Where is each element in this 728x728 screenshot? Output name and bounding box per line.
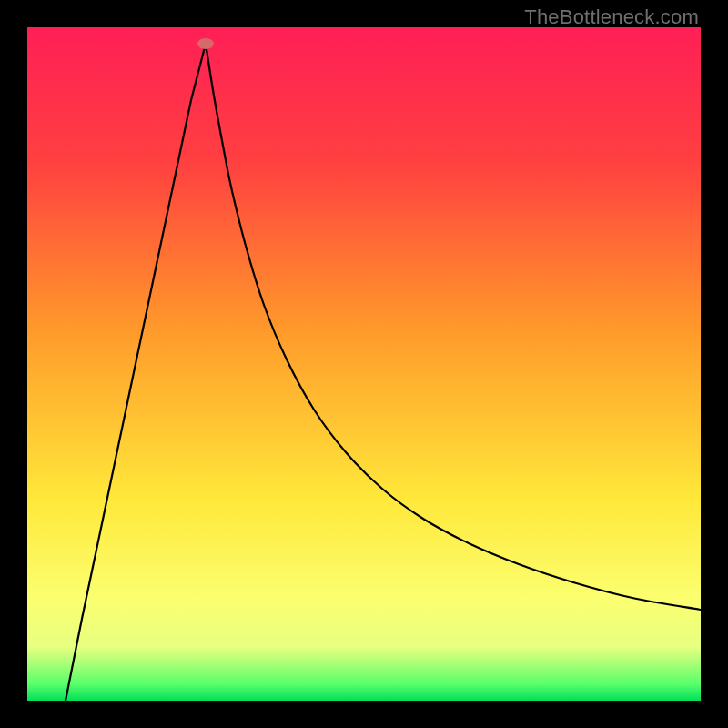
plot-area bbox=[27, 27, 701, 701]
chart-background bbox=[27, 27, 701, 701]
chart-svg bbox=[27, 27, 701, 701]
chart-frame: TheBottleneck.com bbox=[0, 0, 728, 728]
minimum-marker bbox=[197, 38, 214, 49]
watermark-text: TheBottleneck.com bbox=[524, 5, 699, 29]
